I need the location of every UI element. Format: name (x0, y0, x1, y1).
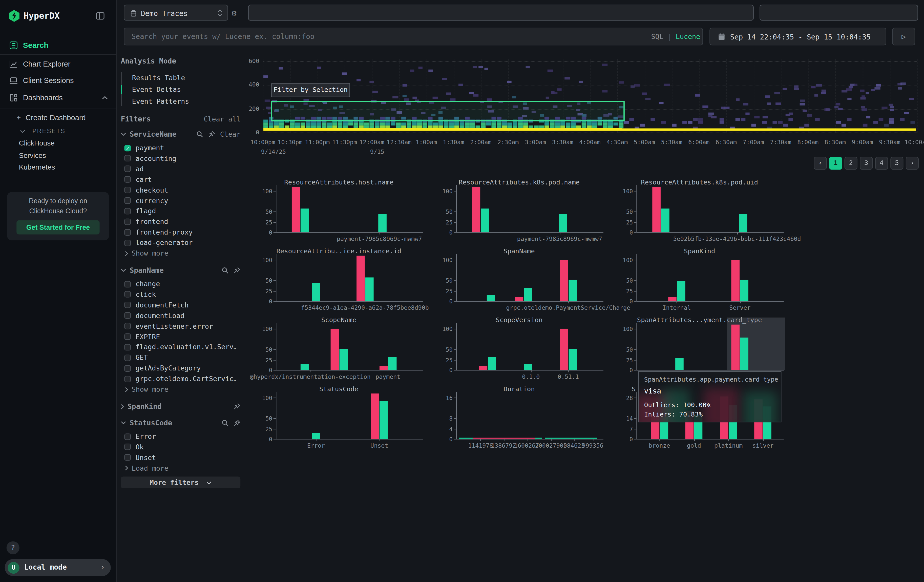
sidebar-item-dashboards[interactable]: Dashboards (0, 89, 116, 106)
sidebar-item-chart-explorer[interactable]: Chart Explorer (0, 56, 116, 72)
bar-outlier[interactable] (330, 329, 339, 370)
bar-inlier[interactable] (677, 281, 685, 301)
checkbox[interactable] (124, 455, 131, 461)
source-select[interactable]: Demo Traces (124, 5, 228, 21)
search-icon[interactable] (222, 419, 229, 426)
checkbox[interactable] (124, 280, 131, 287)
bar-outlier[interactable] (371, 394, 379, 439)
filter-group-header-statuscode[interactable]: StatusCode (121, 418, 240, 428)
bar-outlier[interactable] (292, 187, 300, 232)
filter-checkbox-row[interactable]: getAdsByCategory (124, 364, 201, 373)
filter-checkbox-row[interactable]: eventListener.error (124, 322, 213, 330)
sidebar-item-client-sessions[interactable]: Client Sessions (0, 73, 116, 88)
filter-checkbox-row[interactable]: cart (124, 175, 152, 184)
bar-inlier[interactable] (481, 208, 489, 232)
bar-inlier[interactable] (365, 278, 373, 301)
bar-outlier[interactable] (472, 187, 480, 232)
checkbox-checked[interactable]: ✓ (124, 145, 131, 151)
bar-inlier[interactable] (339, 348, 348, 370)
filter-group-header-spankind[interactable]: SpanKind (121, 402, 240, 411)
filter-checkbox-row[interactable]: checkout (124, 186, 168, 195)
filter-group-header-servicename[interactable]: ServiceNameClear (121, 130, 240, 139)
bar-inlier[interactable] (312, 283, 320, 301)
checkbox[interactable] (124, 354, 131, 361)
bar-outlier[interactable] (560, 260, 568, 301)
filter-checkbox-row[interactable]: currency (124, 196, 168, 205)
pagination-page-4[interactable]: 4 (875, 157, 888, 170)
checkbox[interactable] (124, 197, 131, 204)
bar-inlier[interactable] (300, 208, 309, 232)
checkbox[interactable] (124, 229, 131, 236)
bar-outlier[interactable] (668, 297, 676, 301)
clear-all-button[interactable]: Clear all (195, 115, 241, 123)
bar-inlier[interactable] (740, 338, 749, 370)
checkbox[interactable] (124, 333, 131, 340)
checkbox[interactable] (124, 344, 131, 350)
search-input[interactable] (124, 28, 703, 45)
pagination-page-1[interactable]: 1 (829, 157, 842, 170)
bar-inlier[interactable] (487, 295, 495, 301)
lucene-toggle[interactable]: Lucene (676, 32, 700, 41)
analysis-mode-option-event-patterns[interactable]: Event Patterns (132, 97, 189, 106)
bar-outlier[interactable] (380, 366, 388, 370)
help-button[interactable]: ? (7, 541, 20, 554)
checkbox[interactable] (124, 302, 131, 308)
search-icon[interactable] (196, 131, 203, 138)
bar-inlier[interactable] (488, 357, 497, 370)
pagination-page-5[interactable]: 5 (890, 157, 903, 170)
checkbox[interactable] (124, 240, 131, 246)
create-dashboard-button[interactable]: +Create Dashboard (16, 114, 86, 122)
bar-inlier[interactable] (569, 348, 577, 370)
sidebar-item-search[interactable]: Search (0, 37, 116, 53)
checkbox[interactable] (124, 312, 131, 319)
filter-checkbox-row[interactable]: documentFetch (124, 301, 188, 309)
filter-checkbox-row[interactable]: EXPIRE (124, 333, 160, 341)
bar-inlier[interactable] (388, 357, 396, 370)
filter-by-selection-button[interactable]: Filter by Selection (271, 83, 350, 97)
bar-inlier[interactable] (569, 280, 577, 301)
checkbox[interactable] (124, 291, 131, 298)
checkbox[interactable] (124, 176, 131, 183)
checkbox[interactable] (124, 155, 131, 162)
show-more-button[interactable]: Load more (125, 464, 168, 472)
checkbox[interactable] (124, 376, 131, 382)
run-query-button[interactable]: ▷ (892, 28, 915, 45)
checkbox[interactable] (124, 187, 131, 193)
bar-inlier[interactable] (380, 401, 388, 439)
filter-checkbox-row[interactable]: load-generator (124, 239, 193, 247)
checkbox[interactable] (124, 218, 131, 225)
bar-inlier[interactable] (524, 364, 532, 370)
sidebar-item-clickhouse[interactable]: ClickHouse (19, 139, 54, 147)
bar-inlier[interactable] (740, 280, 749, 301)
bar-outlier[interactable] (515, 297, 523, 301)
show-more-button[interactable]: Show more (125, 249, 168, 257)
pin-icon[interactable] (233, 403, 240, 410)
checkbox[interactable] (124, 208, 131, 214)
sql-select-editor[interactable] (248, 5, 754, 21)
analysis-mode-option-event-deltas[interactable]: Event Deltas (132, 86, 181, 94)
bar-inlier[interactable] (558, 214, 567, 232)
checkbox[interactable] (124, 323, 131, 330)
local-mode-button[interactable]: U Local mode › (5, 559, 111, 576)
checkbox[interactable] (124, 433, 131, 440)
filter-checkbox-row[interactable]: frontend (124, 218, 168, 226)
heatmap-plot[interactable] (263, 59, 917, 133)
pagination-prev-button[interactable]: ‹ (814, 157, 827, 170)
bar-inlier[interactable] (378, 214, 386, 232)
filter-checkbox-row[interactable]: flagd.evaluation.v1.Serv… (124, 343, 236, 351)
checkbox[interactable] (124, 365, 131, 372)
filter-checkbox-row[interactable]: change (124, 280, 160, 288)
get-started-button[interactable]: Get Started for Free (16, 220, 99, 234)
more-filters-button[interactable]: More filters (121, 476, 240, 488)
clear-group-button[interactable]: Clear (220, 130, 241, 138)
bar-outlier[interactable] (560, 329, 568, 370)
checkbox[interactable] (124, 444, 131, 450)
bar-outlier[interactable] (652, 187, 661, 232)
pin-icon[interactable] (208, 131, 215, 138)
pin-icon[interactable] (233, 267, 240, 274)
filter-checkbox-row[interactable]: click (124, 290, 156, 298)
pin-icon[interactable] (233, 419, 240, 426)
bar-inlier[interactable] (739, 214, 747, 232)
filter-checkbox-row[interactable]: flagd (124, 207, 156, 215)
source-settings-gear-icon[interactable]: ⚙ (231, 8, 237, 18)
